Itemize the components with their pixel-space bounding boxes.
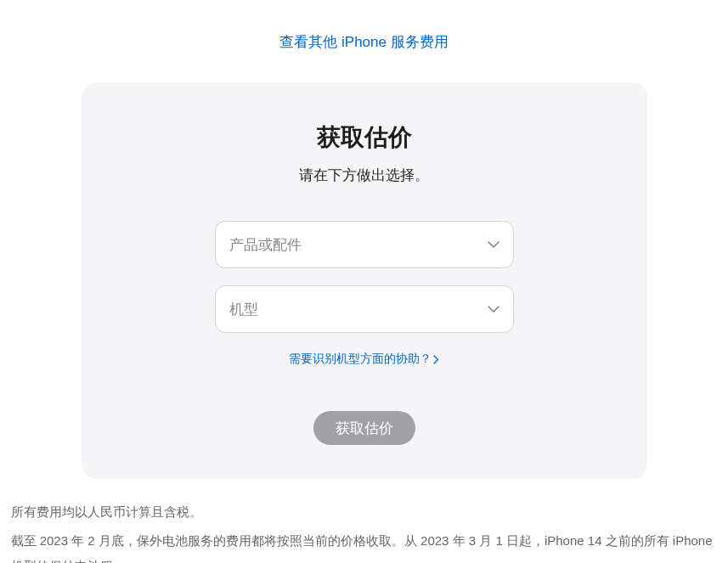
product-select-wrapper: 产品或配件 (215, 221, 514, 268)
chevron-down-icon (488, 306, 499, 312)
card-subtitle: 请在下方做出选择。 (116, 166, 613, 185)
model-select[interactable]: 机型 (215, 285, 514, 333)
product-select-placeholder: 产品或配件 (229, 235, 302, 255)
identify-model-help-link[interactable]: 需要识别机型方面的协助？ (289, 352, 439, 367)
footer-line2: 截至 2023 年 2 月底，保外电池服务的费用都将按照当前的价格收取。从 20… (11, 528, 718, 563)
chevron-down-icon (488, 241, 499, 248)
help-link-label: 需要识别机型方面的协助？ (289, 352, 432, 367)
footer-notes: 所有费用均以人民币计算且含税。 截至 2023 年 2 月底，保外电池服务的费用… (9, 499, 720, 563)
other-services-link[interactable]: 查看其他 iPhone 服务费用 (0, 32, 728, 52)
estimate-card: 获取估价 请在下方做出选择。 产品或配件 机型 需要识别机型方面的协助？ (82, 82, 647, 479)
card-title: 获取估价 (116, 121, 613, 154)
model-select-placeholder: 机型 (229, 300, 258, 319)
chevron-right-icon (433, 355, 439, 364)
model-select-wrapper: 机型 (215, 285, 514, 333)
footer-line1: 所有费用均以人民币计算且含税。 (11, 499, 718, 525)
get-estimate-button[interactable]: 获取估价 (313, 411, 415, 445)
product-select[interactable]: 产品或配件 (215, 221, 514, 268)
